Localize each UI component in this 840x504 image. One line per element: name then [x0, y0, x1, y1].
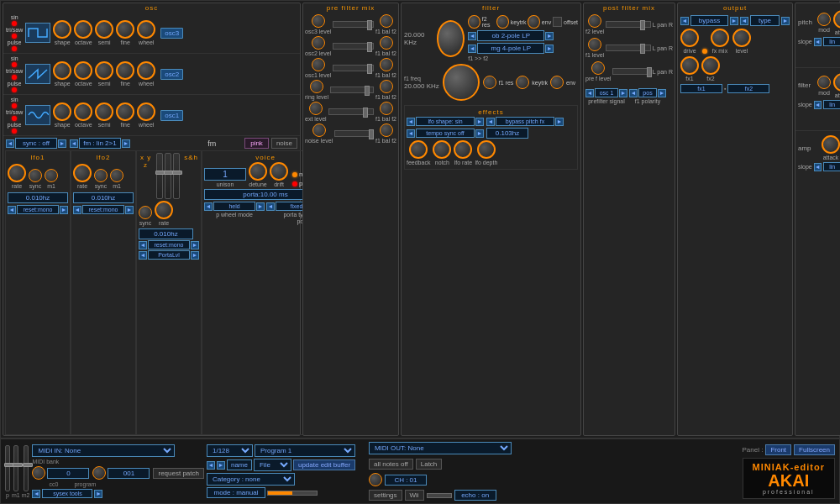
program-count-knob1[interactable] — [32, 466, 45, 480]
request-patch-btn[interactable]: request patch — [153, 468, 203, 479]
osc2-semi-knob[interactable] — [95, 61, 113, 80]
xyz-porta-right[interactable]: ► — [191, 251, 199, 260]
sync-right-btn[interactable]: ► — [58, 139, 66, 148]
f1-bal-f2-3-knob[interactable] — [380, 58, 393, 71]
category-select[interactable]: Category : none — [207, 473, 295, 486]
update-edit-buffer-btn[interactable]: update edit buffer — [293, 459, 355, 470]
lfo1-m1-knob[interactable] — [45, 169, 58, 182]
fx2-tab[interactable]: fx2 — [727, 84, 769, 93]
f2-res-knob[interactable] — [468, 15, 480, 29]
f1-bal-f2-5-knob[interactable] — [380, 102, 393, 115]
osc1-fine-knob[interactable] — [116, 102, 134, 121]
tempo-sync-right[interactable]: ► — [475, 129, 484, 138]
pos-left[interactable]: ◄ — [629, 89, 638, 97]
lfo1-reset-left[interactable]: ◄ — [8, 206, 16, 214]
front-btn[interactable]: Front — [765, 444, 791, 455]
osc1-octave-knob[interactable] — [74, 102, 92, 121]
lfo2-sync-knob[interactable] — [94, 169, 108, 182]
filter-mod-knob[interactable] — [817, 76, 831, 89]
osc2-waveform[interactable] — [25, 64, 50, 84]
pref-level-slider[interactable] — [612, 68, 650, 75]
wii-btn[interactable]: Wii — [405, 490, 424, 501]
xyz-porta-left[interactable]: ◄ — [139, 251, 147, 260]
osc2-level-slider[interactable] — [333, 43, 374, 50]
prev-btn[interactable]: ◄ — [207, 461, 215, 470]
type-left[interactable]: ◄ — [740, 17, 748, 25]
lfo2-m1-knob[interactable] — [110, 169, 123, 182]
program-count-knob2[interactable] — [92, 466, 106, 480]
osc2-wheel-knob[interactable] — [137, 61, 155, 80]
noise-btn[interactable]: noise — [271, 138, 297, 149]
notch-knob[interactable] — [433, 140, 451, 159]
noise-level-knob[interactable] — [312, 123, 326, 137]
feedback-knob[interactable] — [409, 140, 428, 159]
keytrk-knob[interactable] — [496, 15, 508, 29]
ring-level-slider[interactable] — [330, 87, 374, 93]
osc1-waveform[interactable] — [25, 105, 50, 125]
level-knob[interactable] — [732, 29, 751, 47]
fullscreen-btn[interactable]: Fullscreen — [794, 444, 835, 455]
pitch-attack-knob[interactable] — [833, 10, 840, 29]
osc3-wheel-knob[interactable] — [137, 20, 155, 39]
latch-btn[interactable]: Latch — [416, 459, 443, 470]
lfo-shape-left[interactable]: ◄ — [407, 118, 415, 126]
osc3-octave-knob[interactable] — [74, 20, 92, 39]
lfo1-sync-knob[interactable] — [29, 169, 42, 182]
f1-level-slider[interactable] — [606, 45, 651, 51]
fx2-knob[interactable] — [701, 56, 720, 75]
drift-knob[interactable] — [270, 162, 288, 181]
osc2-level-knob[interactable] — [312, 36, 325, 50]
fx-mix-knob[interactable] — [711, 29, 729, 47]
xyz-rate-knob[interactable] — [155, 201, 173, 219]
lfo2-rate-knob[interactable] — [73, 164, 92, 182]
midi-out-select[interactable]: MIDI OUT: None — [369, 442, 512, 454]
osc3-fine-knob[interactable] — [116, 20, 134, 39]
lfo1-reset-right[interactable]: ► — [60, 206, 68, 214]
f1-bal-f2-6-knob[interactable] — [380, 123, 393, 137]
settings-btn[interactable]: settings — [369, 490, 402, 501]
f2-level-knob[interactable] — [588, 14, 601, 28]
xyz-reset-left[interactable]: ◄ — [139, 241, 147, 249]
f1-bal-f2-1-knob[interactable] — [380, 14, 393, 28]
f1-env-knob[interactable] — [550, 76, 564, 89]
osc1-btn[interactable]: osc1 — [160, 110, 183, 121]
amp-atk-lin-left[interactable]: ◄ — [814, 163, 822, 171]
file-select[interactable]: File — [254, 459, 291, 471]
lfo-shape-right[interactable]: ► — [475, 118, 484, 126]
program-select[interactable]: Program 1 — [255, 444, 355, 457]
xyz-sync-knob[interactable] — [139, 206, 152, 219]
midi-in-select[interactable]: MIDI IN: None — [32, 444, 175, 457]
osc3-level-knob[interactable] — [312, 14, 325, 28]
tempo-sync-left[interactable]: ◄ — [407, 129, 415, 138]
osc1-left[interactable]: ◄ — [585, 89, 594, 97]
osc1-level-slider[interactable] — [333, 65, 374, 71]
f1-keytrk-knob[interactable] — [516, 76, 529, 89]
xyz-slider-y[interactable] — [165, 153, 171, 199]
held-right[interactable]: ► — [256, 202, 265, 211]
all-notes-off-btn[interactable]: all notes off — [369, 459, 413, 470]
osc1-shape-knob[interactable] — [53, 102, 71, 121]
pitch-mod-knob[interactable] — [817, 13, 831, 26]
filter1-right[interactable]: ► — [545, 32, 554, 40]
bypass-pitch-left[interactable]: ◄ — [486, 118, 495, 126]
f1-level-knob[interactable] — [588, 38, 601, 51]
osc1-semi-knob[interactable] — [95, 102, 113, 121]
xyz-reset-right[interactable]: ► — [191, 241, 199, 249]
noise-level-slider[interactable] — [334, 130, 374, 137]
ext-level-slider[interactable] — [328, 108, 374, 115]
env-knob[interactable] — [528, 15, 539, 29]
amp-attack-knob[interactable] — [822, 135, 840, 154]
osc1-wheel-knob[interactable] — [137, 102, 155, 121]
f2-freq-knob[interactable] — [437, 20, 465, 57]
pref-level-knob[interactable] — [591, 61, 605, 75]
fm-left-btn[interactable]: ◄ — [70, 139, 78, 148]
p-slider[interactable] — [5, 445, 10, 491]
ring-level-knob[interactable] — [310, 80, 323, 93]
sync-left-btn[interactable]: ◄ — [6, 139, 14, 148]
osc3-shape-knob[interactable] — [53, 20, 71, 39]
ch-knob[interactable] — [369, 473, 382, 486]
osc2-fine-knob[interactable] — [116, 61, 134, 80]
osc2-shape-knob[interactable] — [53, 61, 71, 80]
rate-select[interactable]: 1/128 — [207, 444, 253, 457]
osc2-btn[interactable]: osc2 — [160, 69, 183, 80]
